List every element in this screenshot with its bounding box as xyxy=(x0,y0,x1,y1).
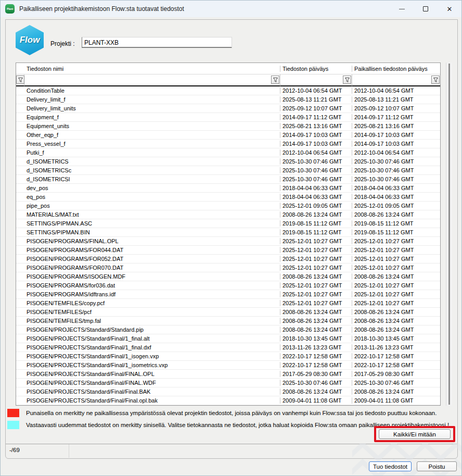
local-date-cell: 2012-10-04 06:54 GMT xyxy=(352,149,440,156)
flow-date-cell: 2018-04-04 06:33 GMT xyxy=(280,185,352,191)
flow-date-cell: 2025-10-30 07:46 GMT xyxy=(280,167,352,173)
flow-date-cell: 2018-10-30 13:45 GMT xyxy=(280,335,352,342)
close-button[interactable]: ✕ xyxy=(438,1,461,17)
table-row[interactable]: PISOGEN/PROJECTS/Standard/Final/1_final.… xyxy=(16,343,440,352)
file-name-cell: SETTINGS/PIPMAN.ASC xyxy=(24,220,280,227)
table-row[interactable]: PISOGEN/PROJECTS/Standard/Standard.pip20… xyxy=(16,325,440,334)
local-date-cell: 2014-09-17 10:03 GMT xyxy=(352,141,440,147)
table-row[interactable]: d_ISOMETRICS2025-10-30 07:46 GMT2025-10-… xyxy=(16,157,440,166)
file-name-cell: PISOGEN/PROJECTS/Standard/Final/1_final.… xyxy=(24,335,280,342)
minimize-button[interactable] xyxy=(390,1,414,17)
filter-all-button[interactable] xyxy=(16,76,24,84)
table-row[interactable]: SETTINGS/PIPMAN.ASC2019-08-15 11:12 GMT2… xyxy=(16,219,440,228)
local-date-cell: 2025-12-01 10:27 GMT xyxy=(352,291,440,297)
flow-date-cell: 2025-09-12 10:07 GMT xyxy=(280,105,352,111)
table-row[interactable]: PISOGEN/PROJECTS/Standard/Final/1_final.… xyxy=(16,334,440,343)
flow-date-cell: 2013-11-26 13:23 GMT xyxy=(280,344,352,350)
table-row[interactable]: SETTINGS/PIPMAN.BIN2019-08-15 11:12 GMT2… xyxy=(16,228,440,237)
file-name-cell: d_ISOMETRICS xyxy=(24,158,280,165)
table-row[interactable]: PISOGEN/PROGRAMS/idftrans.idf2025-12-01 … xyxy=(16,290,440,299)
file-name-cell: PISOGEN/PROJECTS/Standard/Final/FINAL.OP… xyxy=(24,371,280,377)
table-row[interactable]: PISOGEN/TEMFILES/pcf2008-08-26 13:24 GMT… xyxy=(16,308,440,317)
table-row[interactable]: PISOGEN/TEMFILES/tmp.fal2008-08-26 13:24… xyxy=(16,317,440,325)
table-row[interactable]: PISOGEN/PROJECTS/Standard/Final/1_isomet… xyxy=(16,361,440,370)
table-row[interactable]: PISOGEN/PROGRAMS/FOR070.DAT2025-12-01 10… xyxy=(16,264,440,272)
window-controls: ✕ xyxy=(390,1,461,17)
local-date-cell: 2014-09-17 10:03 GMT xyxy=(352,132,440,138)
table-row[interactable]: PISOGEN/PROJECTS/Standard/Final/1_isogen… xyxy=(16,352,440,361)
filter-input-local-date[interactable] xyxy=(352,74,440,86)
file-name-cell: PISOGEN/PROJECTS/Standard/Final/Final.BA… xyxy=(24,389,280,395)
filter-local-date-button[interactable] xyxy=(431,76,440,84)
table-row[interactable]: Equipment_units2025-08-21 13:16 GMT2025-… xyxy=(16,122,440,131)
funnel-icon xyxy=(18,77,23,83)
close-icon: ✕ xyxy=(447,5,453,13)
flow-date-cell: 2008-08-26 13:24 GMT xyxy=(280,211,352,218)
file-name-cell: Equipment_f xyxy=(24,114,280,120)
table-row[interactable]: Delivery_limit_units2025-09-12 10:07 GMT… xyxy=(16,104,440,113)
table-row[interactable]: eq_pos2018-04-04 06:33 GMT2018-04-04 06:… xyxy=(16,193,440,202)
table-row[interactable]: Press_vessel_f2014-09-17 10:03 GMT2014-0… xyxy=(16,140,440,148)
local-date-cell: 2025-12-01 10:27 GMT xyxy=(352,300,440,306)
table-row[interactable]: Delivery_limit_f2025-08-13 11:21 GMT2025… xyxy=(16,95,440,104)
flow-date-cell: 2014-09-17 10:03 GMT xyxy=(280,132,352,138)
local-date-cell: 2025-12-01 10:27 GMT xyxy=(352,265,440,271)
flow-date-cell: 2008-08-26 13:24 GMT xyxy=(280,318,352,324)
funnel-icon xyxy=(273,77,278,83)
table-row[interactable]: PISOGEN/PROJECTS/Standard/Final/FINAL.WD… xyxy=(16,379,440,387)
column-header-local-date[interactable]: Paikallisen tiedoston päiväys xyxy=(352,66,440,72)
table-row[interactable]: PISOGEN/PROJECTS/Standard/Final/FINAL.OP… xyxy=(16,370,440,379)
project-label: Projekti : xyxy=(50,40,75,47)
table-row[interactable]: d_ISOMETRICSc2025-10-30 07:46 GMT2025-10… xyxy=(16,166,440,175)
flow-date-cell: 2025-12-01 10:27 GMT xyxy=(280,256,352,262)
flow-date-cell: 2019-08-15 11:12 GMT xyxy=(280,220,352,227)
table-row[interactable]: PISOGEN/PROGRAMS/FOR044.DAT2025-12-01 10… xyxy=(16,246,440,255)
table-row[interactable]: PISOGEN/PROJECTS/Standard/Final/Final.op… xyxy=(16,396,440,405)
file-name-cell: d_ISOMETRICSl xyxy=(24,176,280,182)
table-row[interactable]: PISOGEN/PROGRAMS/ISOGEN.MDF2008-08-26 13… xyxy=(16,272,440,281)
file-name-cell: PISOGEN/PROJECTS/Standard/Final/FINAL.WD… xyxy=(24,380,280,386)
column-header-flow-date[interactable]: Tiedoston päiväys xyxy=(280,66,352,72)
table-row[interactable]: PISOGEN/PROJECTS/Standard/Final/Final.BA… xyxy=(16,387,440,396)
local-date-cell: 2022-10-17 12:58 GMT xyxy=(352,353,440,359)
column-header-name[interactable]: Tiedoston nimi xyxy=(24,66,280,72)
local-date-cell: 2025-12-01 10:27 GMT xyxy=(352,247,440,253)
local-date-cell: 2019-08-15 11:12 GMT xyxy=(352,229,440,235)
file-name-cell: Delivery_limit_f xyxy=(24,96,280,103)
local-date-cell: 2025-09-12 10:07 GMT xyxy=(352,105,440,111)
flow-date-cell: 2025-12-01 10:27 GMT xyxy=(280,265,352,271)
file-name-cell: d_ISOMETRICSc xyxy=(24,167,280,173)
file-name-cell: PISOGEN/PROGRAMS/ISOGEN.MDF xyxy=(24,273,280,280)
filter-flow-date-button[interactable] xyxy=(343,76,351,84)
table-row[interactable]: d_ISOMETRICSl2025-10-30 07:46 GMT2025-10… xyxy=(16,175,440,184)
table-row[interactable]: PISOGEN/PROGRAMS/FINAL.OPL2025-12-01 10:… xyxy=(16,237,440,246)
table-row[interactable]: ConditionTable2012-10-04 06:54 GMT2012-1… xyxy=(16,86,440,95)
dialog-window: { "window": { "title": "Paikalliseen pro… xyxy=(0,0,462,476)
flow-date-cell: 2025-08-13 11:21 GMT xyxy=(280,96,352,103)
file-name-cell: SETTINGS/PIPMAN.BIN xyxy=(24,229,280,235)
local-date-cell: 2019-08-15 11:12 GMT xyxy=(352,220,440,227)
table-row[interactable]: PISOGEN/PROGRAMS/for036.dat2025-12-01 10… xyxy=(16,281,440,290)
table-row[interactable]: Putki_f2012-10-04 06:54 GMT2012-10-04 06… xyxy=(16,148,440,157)
scrollbar-thumb[interactable] xyxy=(448,64,450,405)
project-input[interactable] xyxy=(82,37,232,48)
exit-button[interactable]: Poistu xyxy=(417,461,457,471)
table-row[interactable]: PISOGEN/PROGRAMS/FOR052.DAT2025-12-01 10… xyxy=(16,255,440,264)
import-files-button[interactable]: Tuo tiedostot xyxy=(369,461,412,471)
table-row[interactable]: Other_eqp_f2014-09-17 10:03 GMT2014-09-1… xyxy=(16,131,440,140)
vertical-scrollbar[interactable] xyxy=(446,62,452,406)
flow-date-cell: 2012-10-04 06:54 GMT xyxy=(280,87,352,94)
filter-name-button[interactable] xyxy=(271,76,279,84)
table-row[interactable]: pipe_pos2025-12-01 09:05 GMT2025-12-01 0… xyxy=(16,202,440,210)
table-row[interactable]: MATERIALS/MAT.txt2008-08-26 13:24 GMT200… xyxy=(16,210,440,219)
filter-input-flow-date[interactable] xyxy=(280,74,352,86)
flow-date-cell: 2008-08-26 13:24 GMT xyxy=(280,327,352,333)
file-name-cell: Other_eqp_f xyxy=(24,132,280,138)
table-row[interactable]: dev_pos2018-04-04 06:33 GMT2018-04-04 06… xyxy=(16,184,440,193)
flow-date-cell: 2012-10-04 06:54 GMT xyxy=(280,149,352,156)
filter-input-name[interactable] xyxy=(24,74,280,86)
select-all-button[interactable]: Kaikki/Ei mitään xyxy=(379,429,451,439)
table-row[interactable]: Equipment_f2014-09-17 11:12 GMT2014-09-1… xyxy=(16,113,440,122)
maximize-button[interactable] xyxy=(414,1,438,17)
table-row[interactable]: PISOGEN/TEMFILES/copy.pcf2025-12-01 10:2… xyxy=(16,299,440,308)
